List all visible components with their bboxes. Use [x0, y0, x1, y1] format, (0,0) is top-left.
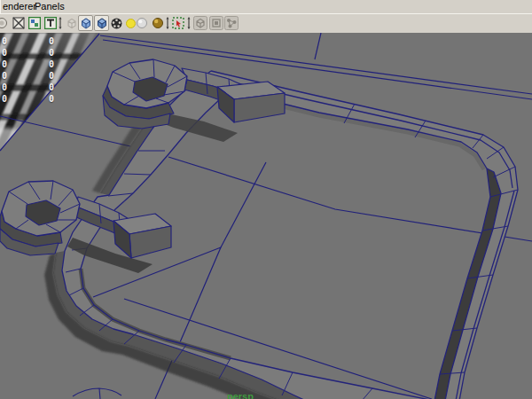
hud-value: 0: [49, 82, 54, 92]
grid-cube-icon[interactable]: [64, 15, 79, 31]
hud-value: 0: [2, 36, 7, 46]
menu-panels[interactable]: Panels: [35, 1, 65, 12]
film-gate-icon[interactable]: [27, 15, 42, 31]
wireframe-on-shaded-icon[interactable]: [223, 15, 239, 31]
hud-value: 0: [2, 82, 7, 92]
hud-value: 0: [49, 59, 54, 69]
resolution-gate-icon[interactable]: [11, 15, 26, 31]
field-chart-icon[interactable]: [43, 15, 58, 31]
isolate-select-icon[interactable]: [171, 15, 186, 31]
textured-wheel-icon[interactable]: [109, 15, 124, 31]
hud-value: 0: [49, 94, 54, 104]
hud-poly-count: 000000000000: [0, 33, 71, 139]
wireframe-cube-icon[interactable]: [78, 15, 93, 31]
scene-canvas: [0, 33, 532, 399]
select-camera-icon[interactable]: [0, 15, 9, 31]
all-lights-sphere-icon[interactable]: [150, 15, 165, 31]
xray-cube-icon[interactable]: [192, 15, 207, 31]
hud-value: 0: [2, 94, 7, 104]
panel-menubar: enderer Panels: [0, 0, 532, 13]
backface-plane-icon[interactable]: [208, 15, 223, 31]
hud-value: 0: [49, 71, 54, 81]
hud-value: 0: [2, 48, 7, 58]
smooth-shade-cube-icon[interactable]: [94, 15, 109, 31]
maya-panel-window: enderer Panels: [0, 0, 532, 399]
panel-toolbar: [0, 13, 532, 34]
hud-value: 0: [49, 48, 54, 58]
hud-value: 0: [2, 71, 7, 81]
separator-icon: [164, 15, 171, 31]
menu-renderer[interactable]: enderer: [3, 1, 36, 12]
hud-value: 0: [2, 59, 7, 69]
flat-lighting-sphere-icon[interactable]: [134, 15, 149, 31]
perspective-viewport[interactable]: 000000000000 persp: [0, 33, 532, 399]
hud-value: 0: [49, 36, 54, 46]
separator-icon: [57, 15, 64, 31]
separator-icon: [185, 15, 192, 31]
camera-name-label[interactable]: persp: [227, 391, 254, 399]
